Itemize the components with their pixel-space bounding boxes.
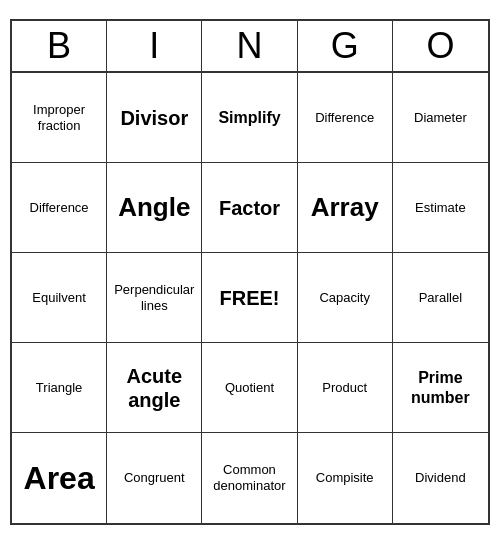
letter-b: B (12, 21, 107, 71)
bingo-cell: Congruent (107, 433, 202, 523)
bingo-cell: Perpendicular lines (107, 253, 202, 343)
bingo-cell: Product (298, 343, 393, 433)
letter-n: N (202, 21, 297, 71)
bingo-cell: Divisor (107, 73, 202, 163)
bingo-cell: Parallel (393, 253, 488, 343)
bingo-cell: Equilvent (12, 253, 107, 343)
bingo-cell: Quotient (202, 343, 297, 433)
bingo-cell: Prime number (393, 343, 488, 433)
bingo-cell: Simplify (202, 73, 297, 163)
bingo-cell: Estimate (393, 163, 488, 253)
bingo-cell: Improper fraction (12, 73, 107, 163)
bingo-cell: Common denominator (202, 433, 297, 523)
bingo-cell: Capacity (298, 253, 393, 343)
letter-i: I (107, 21, 202, 71)
bingo-cell: Dividend (393, 433, 488, 523)
bingo-cell: Difference (12, 163, 107, 253)
bingo-cell: Diameter (393, 73, 488, 163)
bingo-cell: Acute angle (107, 343, 202, 433)
letter-o: O (393, 21, 488, 71)
bingo-grid: Improper fractionDivisorSimplifyDifferen… (12, 73, 488, 523)
letter-g: G (298, 21, 393, 71)
bingo-cell: Difference (298, 73, 393, 163)
bingo-cell: Compisite (298, 433, 393, 523)
bingo-cell: FREE! (202, 253, 297, 343)
bingo-cell: Triangle (12, 343, 107, 433)
bingo-card: B I N G O Improper fractionDivisorSimpli… (10, 19, 490, 525)
bingo-cell: Array (298, 163, 393, 253)
bingo-cell: Angle (107, 163, 202, 253)
bingo-cell: Area (12, 433, 107, 523)
bingo-header: B I N G O (12, 21, 488, 73)
bingo-cell: Factor (202, 163, 297, 253)
